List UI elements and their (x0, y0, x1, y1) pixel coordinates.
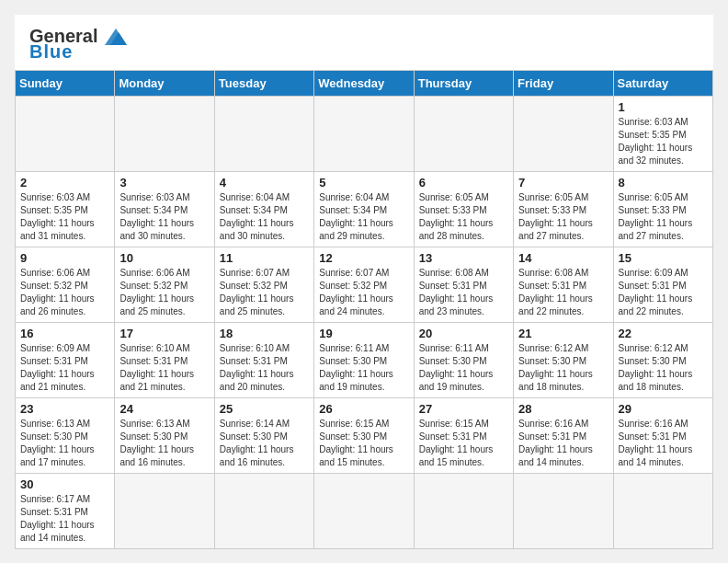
calendar-cell: 19Sunrise: 6:11 AM Sunset: 5:30 PM Dayli… (314, 323, 414, 398)
day-info: Sunrise: 6:04 AM Sunset: 5:34 PM Dayligh… (319, 191, 408, 243)
day-number: 25 (220, 402, 309, 416)
calendar-cell: 7Sunrise: 6:05 AM Sunset: 5:33 PM Daylig… (514, 172, 613, 247)
day-number: 12 (319, 251, 408, 265)
calendar-cell: 16Sunrise: 6:09 AM Sunset: 5:31 PM Dayli… (16, 323, 115, 398)
day-number: 6 (419, 176, 508, 190)
day-info: Sunrise: 6:05 AM Sunset: 5:33 PM Dayligh… (419, 191, 508, 243)
day-number: 22 (619, 327, 708, 340)
day-number: 21 (518, 327, 608, 340)
calendar-cell (414, 97, 513, 172)
day-info: Sunrise: 6:04 AM Sunset: 5:34 PM Dayligh… (220, 191, 309, 243)
day-number: 13 (419, 251, 508, 265)
day-info: Sunrise: 6:12 AM Sunset: 5:30 PM Dayligh… (518, 342, 608, 394)
calendar-cell: 22Sunrise: 6:12 AM Sunset: 5:30 PM Dayli… (613, 323, 712, 398)
weekday-header-sunday: Sunday (16, 71, 115, 97)
header: General Blue (15, 15, 713, 70)
week-row-4: 16Sunrise: 6:09 AM Sunset: 5:31 PM Dayli… (16, 323, 713, 398)
day-number: 7 (518, 176, 608, 190)
logo-blue: Blue (29, 41, 73, 63)
calendar-cell: 23Sunrise: 6:13 AM Sunset: 5:30 PM Dayli… (16, 398, 115, 474)
day-info: Sunrise: 6:12 AM Sunset: 5:30 PM Dayligh… (619, 342, 708, 394)
day-info: Sunrise: 6:16 AM Sunset: 5:31 PM Dayligh… (619, 418, 708, 469)
day-number: 27 (419, 402, 508, 416)
day-number: 23 (20, 402, 109, 416)
day-info: Sunrise: 6:13 AM Sunset: 5:30 PM Dayligh… (119, 418, 209, 469)
day-number: 18 (220, 327, 309, 340)
day-info: Sunrise: 6:14 AM Sunset: 5:30 PM Dayligh… (220, 418, 309, 469)
day-info: Sunrise: 6:07 AM Sunset: 5:32 PM Dayligh… (319, 267, 408, 318)
calendar-cell: 1Sunrise: 6:03 AM Sunset: 5:35 PM Daylig… (613, 97, 712, 172)
day-info: Sunrise: 6:09 AM Sunset: 5:31 PM Dayligh… (20, 342, 109, 394)
day-number: 14 (518, 251, 608, 265)
day-number: 10 (119, 251, 209, 265)
weekday-header-wednesday: Wednesday (314, 71, 414, 97)
day-number: 24 (119, 402, 209, 416)
day-number: 9 (20, 251, 109, 265)
calendar-cell: 26Sunrise: 6:15 AM Sunset: 5:30 PM Dayli… (314, 398, 414, 474)
day-info: Sunrise: 6:15 AM Sunset: 5:30 PM Dayligh… (319, 418, 408, 469)
day-info: Sunrise: 6:05 AM Sunset: 5:33 PM Dayligh… (619, 191, 708, 243)
weekday-header-tuesday: Tuesday (214, 71, 313, 97)
day-info: Sunrise: 6:08 AM Sunset: 5:31 PM Dayligh… (419, 267, 508, 318)
calendar-cell (115, 474, 214, 549)
calendar-cell: 14Sunrise: 6:08 AM Sunset: 5:31 PM Dayli… (514, 247, 613, 323)
day-info: Sunrise: 6:03 AM Sunset: 5:34 PM Dayligh… (119, 191, 209, 243)
calendar-cell: 8Sunrise: 6:05 AM Sunset: 5:33 PM Daylig… (613, 172, 712, 247)
calendar-cell (115, 97, 214, 172)
day-number: 8 (619, 176, 708, 190)
calendar-cell: 29Sunrise: 6:16 AM Sunset: 5:31 PM Dayli… (613, 398, 712, 474)
calendar-cell: 9Sunrise: 6:06 AM Sunset: 5:32 PM Daylig… (16, 247, 115, 323)
day-number: 29 (619, 402, 708, 416)
day-info: Sunrise: 6:03 AM Sunset: 5:35 PM Dayligh… (20, 191, 109, 243)
calendar-cell: 18Sunrise: 6:10 AM Sunset: 5:31 PM Dayli… (214, 323, 313, 398)
calendar-cell: 27Sunrise: 6:15 AM Sunset: 5:31 PM Dayli… (414, 398, 513, 474)
calendar-container: General Blue SundayMondayTuesdayWednesda… (15, 15, 713, 549)
calendar-cell: 6Sunrise: 6:05 AM Sunset: 5:33 PM Daylig… (414, 172, 513, 247)
day-number: 4 (220, 176, 309, 190)
week-row-5: 23Sunrise: 6:13 AM Sunset: 5:30 PM Dayli… (16, 398, 713, 474)
week-row-2: 2Sunrise: 6:03 AM Sunset: 5:35 PM Daylig… (16, 172, 713, 247)
day-number: 28 (518, 402, 608, 416)
calendar-cell (514, 97, 613, 172)
calendar-cell (514, 474, 613, 549)
calendar-cell: 10Sunrise: 6:06 AM Sunset: 5:32 PM Dayli… (115, 247, 214, 323)
calendar-cell: 11Sunrise: 6:07 AM Sunset: 5:32 PM Dayli… (214, 247, 313, 323)
day-info: Sunrise: 6:13 AM Sunset: 5:30 PM Dayligh… (20, 418, 109, 469)
calendar-cell: 30Sunrise: 6:17 AM Sunset: 5:31 PM Dayli… (16, 474, 115, 549)
weekday-header-friday: Friday (514, 71, 613, 97)
day-number: 16 (20, 327, 109, 340)
day-info: Sunrise: 6:17 AM Sunset: 5:31 PM Dayligh… (20, 493, 109, 545)
day-number: 19 (319, 327, 408, 340)
calendar-cell: 20Sunrise: 6:11 AM Sunset: 5:30 PM Dayli… (414, 323, 513, 398)
day-info: Sunrise: 6:07 AM Sunset: 5:32 PM Dayligh… (220, 267, 309, 318)
calendar-cell: 21Sunrise: 6:12 AM Sunset: 5:30 PM Dayli… (514, 323, 613, 398)
week-row-6: 30Sunrise: 6:17 AM Sunset: 5:31 PM Dayli… (16, 474, 713, 549)
day-number: 3 (119, 176, 209, 190)
calendar-cell (613, 474, 712, 549)
calendar-cell: 28Sunrise: 6:16 AM Sunset: 5:31 PM Dayli… (514, 398, 613, 474)
day-info: Sunrise: 6:05 AM Sunset: 5:33 PM Dayligh… (518, 191, 608, 243)
calendar-cell: 2Sunrise: 6:03 AM Sunset: 5:35 PM Daylig… (16, 172, 115, 247)
day-info: Sunrise: 6:06 AM Sunset: 5:32 PM Dayligh… (119, 267, 209, 318)
calendar-cell (314, 97, 414, 172)
day-info: Sunrise: 6:10 AM Sunset: 5:31 PM Dayligh… (119, 342, 209, 394)
day-number: 20 (419, 327, 508, 340)
calendar-table: SundayMondayTuesdayWednesdayThursdayFrid… (15, 70, 713, 549)
day-info: Sunrise: 6:15 AM Sunset: 5:31 PM Dayligh… (419, 418, 508, 469)
calendar-cell: 12Sunrise: 6:07 AM Sunset: 5:32 PM Dayli… (314, 247, 414, 323)
calendar-cell: 4Sunrise: 6:04 AM Sunset: 5:34 PM Daylig… (214, 172, 313, 247)
week-row-3: 9Sunrise: 6:06 AM Sunset: 5:32 PM Daylig… (16, 247, 713, 323)
day-number: 1 (619, 100, 708, 114)
calendar-cell (314, 474, 414, 549)
logo-icon (101, 27, 131, 47)
day-info: Sunrise: 6:10 AM Sunset: 5:31 PM Dayligh… (220, 342, 309, 394)
day-info: Sunrise: 6:06 AM Sunset: 5:32 PM Dayligh… (20, 267, 109, 318)
weekday-header-row: SundayMondayTuesdayWednesdayThursdayFrid… (16, 71, 713, 97)
day-info: Sunrise: 6:16 AM Sunset: 5:31 PM Dayligh… (518, 418, 608, 469)
day-number: 15 (619, 251, 708, 265)
calendar-cell (214, 474, 313, 549)
calendar-cell (414, 474, 513, 549)
weekday-header-saturday: Saturday (613, 71, 712, 97)
day-number: 11 (220, 251, 309, 265)
weekday-header-monday: Monday (115, 71, 214, 97)
